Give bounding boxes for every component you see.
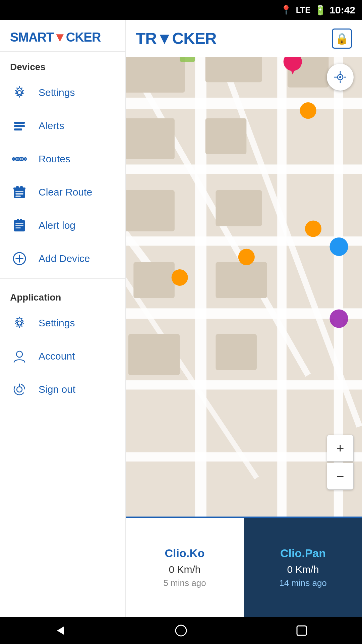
routes-label: Routes [39,153,70,165]
settings-icon [10,83,28,102]
svg-point-35 [300,102,316,119]
svg-rect-66 [15,225,23,226]
zoom-out-button[interactable]: − [327,463,354,490]
svg-rect-25 [216,190,262,226]
sidebar-item-settings-device[interactable]: Settings [0,76,125,109]
svg-point-39 [329,237,348,256]
tracker-card-0[interactable]: Clio.Ko 0 Km/h 5 mins ago [126,517,244,617]
location-button[interactable] [327,64,354,91]
sidebar-item-account[interactable]: Account [0,339,125,373]
svg-point-75 [16,351,22,357]
sidebar-logo: SMART▼CKER [10,30,115,45]
add-device-label: Add Device [39,253,90,264]
svg-rect-31 [216,334,257,370]
svg-point-74 [17,321,21,325]
map-header-logo: TR▼CKER [136,29,217,48]
alerts-icon [10,116,28,135]
svg-rect-58 [15,191,23,192]
svg-point-40 [329,309,348,328]
back-button[interactable] [47,617,74,644]
svg-rect-21 [123,118,175,160]
sidebar-logo-area: SMART▼CKER [0,20,125,52]
svg-rect-70 [15,220,24,221]
settings-device-label: Settings [39,87,75,98]
account-icon [10,347,28,365]
svg-rect-63 [13,187,25,190]
tracker-time-1: 14 mins ago [279,578,327,588]
sidebar-item-add-device[interactable]: Add Device [0,242,125,275]
svg-point-56 [22,157,26,161]
svg-point-47 [339,76,341,78]
svg-rect-24 [123,190,175,231]
svg-rect-51 [14,128,22,130]
tracker-cards: Clio.Ko 0 Km/h 5 mins ago Clio.Pan 0 Km/… [126,517,362,617]
zoom-in-button[interactable]: + [327,435,354,462]
tracker-speed-1: 0 Km/h [287,564,319,575]
sign-out-label: Sign out [39,384,75,395]
clear-route-icon [10,183,28,201]
svg-rect-22 [205,118,247,154]
svg-point-48 [17,91,21,95]
svg-point-55 [18,158,21,160]
application-section-label: Application [0,282,125,306]
sidebar-item-alerts[interactable]: Alerts [0,109,125,142]
svg-point-77 [17,387,22,392]
bottom-nav [0,617,362,644]
alerts-label: Alerts [39,120,64,131]
svg-marker-79 [57,627,64,635]
svg-rect-28 [216,262,267,298]
tracker-time-0: 5 mins ago [163,578,206,588]
status-bar: 📍 LTE 🔋 10:42 [0,0,362,20]
alert-log-label: Alert log [39,220,75,231]
clear-route-label: Clear Route [39,186,92,198]
add-device-icon [10,249,28,268]
devices-section-label: Devices [0,52,125,76]
lte-icon: LTE [296,5,311,15]
sidebar-item-sign-out[interactable]: Sign out [0,373,125,406]
status-time: 10:42 [329,4,355,16]
zoom-controls: + − [327,435,354,490]
app-settings-label: Settings [39,317,75,329]
app-settings-icon [10,314,28,332]
svg-rect-81 [297,626,306,635]
battery-icon: 🔋 [314,5,326,16]
location-status-icon: 📍 [280,5,292,16]
sidebar-item-alert-log[interactable]: Alert log [0,209,125,242]
lock-button[interactable]: 🔒 [332,29,352,49]
map-header: TR▼CKER 🔒 [126,20,362,57]
sidebar-item-routes[interactable]: Routes [0,142,125,175]
svg-rect-59 [15,193,23,195]
tracker-name-0: Clio.Ko [165,547,205,560]
svg-rect-49 [14,122,25,124]
svg-rect-27 [133,262,175,298]
status-icons: 📍 LTE 🔋 [280,5,326,16]
account-label: Account [39,351,75,362]
svg-rect-50 [14,125,25,127]
divider [0,278,125,279]
tracker-speed-0: 0 Km/h [169,564,200,575]
recent-button[interactable] [288,617,315,644]
svg-point-36 [305,220,321,237]
tracker-name-1: Clio.Pan [280,547,326,560]
svg-point-37 [172,269,188,286]
tracker-card-1[interactable]: Clio.Pan 0 Km/h 14 mins ago [244,517,362,617]
svg-rect-60 [15,196,21,197]
sidebar-item-settings-app[interactable]: Settings [0,306,125,339]
sidebar: SMART▼CKER Devices Settings Alerts [0,20,126,617]
svg-rect-65 [15,223,23,224]
sidebar-item-clear-route[interactable]: Clear Route [0,175,125,209]
svg-rect-30 [128,334,180,375]
svg-point-80 [176,625,186,636]
sign-out-icon [10,380,28,398]
routes-icon [10,150,28,168]
alert-log-icon [10,216,28,234]
home-button[interactable] [168,617,194,644]
svg-point-38 [238,249,255,265]
crosshair-icon [334,70,347,84]
svg-rect-67 [15,227,21,228]
svg-point-54 [13,157,16,161]
